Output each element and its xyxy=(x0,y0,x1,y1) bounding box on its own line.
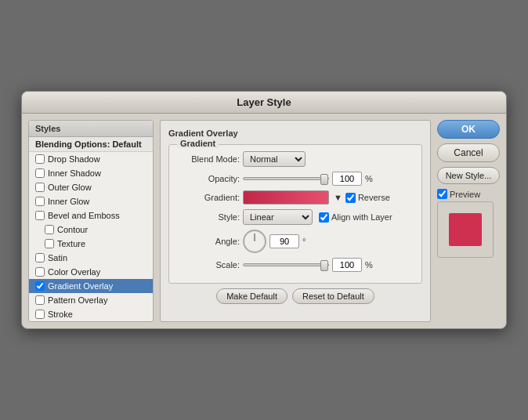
preview-section: Preview xyxy=(437,189,500,258)
gradient-picker[interactable] xyxy=(243,190,329,205)
scale-slider-thumb[interactable] xyxy=(320,260,328,271)
sidebar-item-label: Satin xyxy=(48,253,67,262)
bottom-buttons: Make Default Reset to Default xyxy=(168,288,422,304)
style-select[interactable]: Linear Radial Angle Reflected Diamond xyxy=(243,209,313,225)
content-area: Gradient Overlay Gradient Blend Mode: No… xyxy=(160,120,431,322)
scale-input[interactable] xyxy=(332,258,362,272)
opacity-input[interactable] xyxy=(332,172,362,186)
reset-default-button[interactable]: Reset to Default xyxy=(292,288,374,304)
right-panel: OK Cancel New Style... Preview xyxy=(437,120,500,322)
gradient-group: Gradient Blend Mode: Normal Multiply Scr… xyxy=(168,144,422,284)
dialog-title: Layer Style xyxy=(237,96,291,108)
opacity-slider-track[interactable] xyxy=(243,177,329,180)
sidebar-item-gradient-overlay[interactable]: Gradient Overlay xyxy=(29,279,153,293)
make-default-button[interactable]: Make Default xyxy=(216,288,288,304)
pattern-overlay-checkbox[interactable] xyxy=(35,295,45,305)
angle-unit: ° xyxy=(302,237,306,246)
layer-style-dialog: Layer Style Styles Blending Options: Def… xyxy=(21,91,507,329)
angle-label: Angle: xyxy=(177,237,240,246)
sidebar-item-label: Texture xyxy=(57,239,85,248)
outer-glow-checkbox[interactable] xyxy=(35,183,45,192)
sidebar-item-texture[interactable]: Texture xyxy=(29,237,153,251)
scale-unit: % xyxy=(365,260,373,270)
angle-dial[interactable] xyxy=(243,230,266,253)
inner-shadow-checkbox[interactable] xyxy=(35,168,45,178)
group-title: Gradient xyxy=(177,139,219,148)
styles-title: Styles xyxy=(29,121,153,137)
main-panel: Gradient Overlay Gradient Blend Mode: No… xyxy=(160,120,431,322)
sidebar-item-bevel-emboss[interactable]: Bevel and Emboss xyxy=(29,208,153,223)
sidebar-item-pattern-overlay[interactable]: Pattern Overlay xyxy=(29,293,153,307)
blend-mode-select[interactable]: Normal Multiply Screen xyxy=(243,151,306,167)
preview-checkbox[interactable] xyxy=(437,189,447,199)
preview-box xyxy=(437,201,494,258)
blend-mode-label: Blend Mode: xyxy=(177,154,240,164)
bevel-emboss-checkbox[interactable] xyxy=(35,211,45,220)
opacity-row: Opacity: % xyxy=(177,172,414,186)
angle-input[interactable] xyxy=(269,234,299,248)
opacity-slider-thumb[interactable] xyxy=(320,174,328,185)
make-default-wrap: Make Default xyxy=(216,288,288,304)
ok-button[interactable]: OK xyxy=(437,120,500,139)
angle-row: Angle: ° xyxy=(177,230,414,253)
opacity-unit: % xyxy=(365,174,373,183)
sidebar-item-stroke[interactable]: Stroke xyxy=(29,307,153,321)
section-title: Gradient Overlay xyxy=(168,129,422,138)
texture-checkbox[interactable] xyxy=(45,239,54,248)
dialog-body: Styles Blending Options: Default Drop Sh… xyxy=(22,114,506,328)
contour-checkbox[interactable] xyxy=(45,225,54,234)
gradient-label: Gradient: xyxy=(177,193,240,202)
style-row: Style: Linear Radial Angle Reflected Dia… xyxy=(177,209,414,225)
preview-swatch xyxy=(449,213,482,246)
opacity-label: Opacity: xyxy=(177,174,240,183)
sidebar-item-label: Bevel and Emboss xyxy=(48,211,120,220)
align-layer-checkbox[interactable] xyxy=(319,212,329,223)
dial-indicator xyxy=(255,234,255,241)
color-overlay-checkbox[interactable] xyxy=(35,267,45,277)
sidebar-item-label: Pattern Overlay xyxy=(48,295,107,305)
sidebar-item-label: Gradient Overlay xyxy=(48,281,113,291)
sidebar-item-contour[interactable]: Contour xyxy=(29,223,153,237)
gradient-arrow[interactable]: ▼ xyxy=(334,193,342,202)
blend-mode-row: Blend Mode: Normal Multiply Screen xyxy=(177,151,414,167)
style-label: Style: xyxy=(177,212,240,222)
scale-row: Scale: % xyxy=(177,258,414,272)
left-panel: Styles Blending Options: Default Drop Sh… xyxy=(28,120,154,322)
gradient-overlay-checkbox[interactable] xyxy=(35,281,45,291)
align-layer-label[interactable]: Align with Layer xyxy=(319,212,392,223)
sidebar-item-label: Contour xyxy=(57,225,88,234)
sidebar-item-label: Color Overlay xyxy=(48,267,100,277)
drop-shadow-checkbox[interactable] xyxy=(35,154,45,164)
sidebar-item-label: Stroke xyxy=(48,310,73,319)
sidebar-item-label: Inner Glow xyxy=(48,197,89,206)
preview-label[interactable]: Preview xyxy=(437,189,500,199)
satin-checkbox[interactable] xyxy=(35,253,45,262)
inner-glow-checkbox[interactable] xyxy=(35,197,45,206)
reverse-label[interactable]: Reverse xyxy=(345,193,390,203)
sidebar-item-label: Drop Shadow xyxy=(48,154,100,164)
sidebar-item-color-overlay[interactable]: Color Overlay xyxy=(29,265,153,279)
new-style-button[interactable]: New Style... xyxy=(437,167,500,184)
scale-slider-track[interactable] xyxy=(243,263,329,266)
sidebar-item-outer-glow[interactable]: Outer Glow xyxy=(29,180,153,194)
stroke-checkbox[interactable] xyxy=(35,310,45,319)
sidebar-item-inner-shadow[interactable]: Inner Shadow xyxy=(29,166,153,180)
scale-label: Scale: xyxy=(177,260,240,270)
blending-options-item[interactable]: Blending Options: Default xyxy=(29,137,153,152)
sidebar-item-drop-shadow[interactable]: Drop Shadow xyxy=(29,152,153,166)
sidebar-item-label: Outer Glow xyxy=(48,183,92,192)
sidebar-item-satin[interactable]: Satin xyxy=(29,251,153,265)
gradient-row: Gradient: ▼ Reverse xyxy=(177,190,414,205)
sidebar-item-inner-glow[interactable]: Inner Glow xyxy=(29,194,153,208)
title-bar: Layer Style xyxy=(22,92,506,114)
cancel-button[interactable]: Cancel xyxy=(437,143,500,162)
reverse-checkbox[interactable] xyxy=(345,193,356,203)
sidebar-item-label: Inner Shadow xyxy=(48,168,101,178)
